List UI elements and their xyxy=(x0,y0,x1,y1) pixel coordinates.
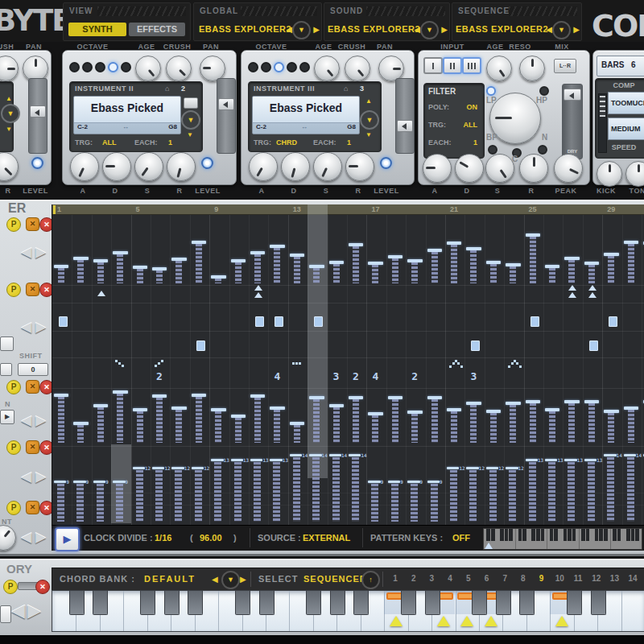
preset-name[interactable]: Ebass Picked xyxy=(74,101,180,114)
repeat-count[interactable]: 4 xyxy=(372,370,378,382)
global-menu-icon[interactable]: ▼ xyxy=(292,21,311,39)
lane-prev-icon[interactable]: ◀ xyxy=(21,414,31,427)
sound-prev-icon[interactable]: ◀ xyxy=(414,25,420,34)
lane-p-button[interactable]: P xyxy=(6,380,21,394)
gate-step[interactable] xyxy=(526,459,538,461)
lane-p-button[interactable]: P xyxy=(6,283,21,297)
black-key[interactable] xyxy=(472,591,487,615)
trg-value[interactable]: ALL xyxy=(464,121,478,129)
bank-prev-icon[interactable]: ◀ xyxy=(212,575,218,584)
comp-mode-display[interactable]: TOOMUCH xyxy=(608,92,644,114)
preset-down-icon[interactable]: ▼ xyxy=(187,132,193,138)
gate-step[interactable] xyxy=(211,459,223,461)
gate-step[interactable] xyxy=(349,454,361,456)
accent-triangle[interactable] xyxy=(97,291,105,296)
lane-random-button[interactable]: ✕ xyxy=(26,440,39,454)
bars-display[interactable]: BARS 6 3 xyxy=(597,56,644,76)
gate-step[interactable] xyxy=(329,454,341,456)
gate-step[interactable] xyxy=(368,481,380,483)
lane-prev-icon[interactable]: ◀ xyxy=(21,470,31,484)
gate-step[interactable] xyxy=(231,459,243,461)
amount-knob[interactable] xyxy=(0,525,16,551)
toggle-step[interactable] xyxy=(255,316,264,327)
preset-up-icon[interactable]: ▲ xyxy=(365,98,372,105)
level-slider[interactable] xyxy=(217,78,236,154)
chord-slot[interactable]: 4 xyxy=(442,574,458,583)
chord-slot[interactable]: 7 xyxy=(497,574,513,583)
black-key[interactable] xyxy=(235,591,250,615)
glide-dot[interactable] xyxy=(292,362,295,365)
kick-knob[interactable] xyxy=(597,161,622,187)
chord-note-cursor[interactable] xyxy=(437,616,450,626)
comp-speed-display[interactable]: MEDIUM xyxy=(608,118,644,140)
glide-dot[interactable] xyxy=(516,362,518,365)
range-low[interactable]: C-2 xyxy=(77,123,88,130)
gate-step[interactable] xyxy=(152,467,164,469)
range-low[interactable]: C-2 xyxy=(256,123,266,130)
voice-3-button[interactable] xyxy=(462,57,481,74)
accent-triangle[interactable] xyxy=(588,285,597,291)
lane-p-button[interactable]: P xyxy=(6,440,21,455)
chord-note-cursor[interactable] xyxy=(390,616,402,626)
each-value[interactable]: 1 xyxy=(347,138,351,147)
octave-led[interactable] xyxy=(121,62,131,72)
chord-slot[interactable]: 2 xyxy=(406,574,422,583)
glide-dot[interactable] xyxy=(118,362,121,365)
glide-dot[interactable] xyxy=(519,365,522,368)
gate-step[interactable] xyxy=(388,481,400,483)
attack-knob[interactable] xyxy=(249,152,278,181)
crush-knob[interactable] xyxy=(166,56,192,81)
glide-dot[interactable] xyxy=(449,365,452,368)
preset-up-button[interactable] xyxy=(184,97,198,109)
glide-dot[interactable] xyxy=(161,360,163,362)
each-value[interactable]: 1 xyxy=(168,138,172,147)
notch-label[interactable]: N xyxy=(542,133,547,142)
chord-slot[interactable]: 8 xyxy=(515,574,531,583)
toggle-step[interactable] xyxy=(530,316,539,327)
decay-knob[interactable] xyxy=(102,152,131,181)
black-key[interactable] xyxy=(164,591,180,615)
play-button[interactable]: ▶ xyxy=(55,527,80,551)
lane-prev-icon[interactable]: ◀ xyxy=(21,530,31,544)
gate-step[interactable] xyxy=(270,459,282,461)
gate-step[interactable] xyxy=(447,467,459,469)
bars-value[interactable]: 6 xyxy=(631,60,636,69)
glide-dot[interactable] xyxy=(452,362,455,365)
decay-knob[interactable] xyxy=(455,154,484,183)
shift-value-box[interactable]: 0 xyxy=(18,363,48,376)
gate-step[interactable] xyxy=(290,454,302,456)
black-key[interactable] xyxy=(567,591,582,615)
octave-led[interactable] xyxy=(82,62,93,72)
accent-triangle[interactable] xyxy=(588,292,597,298)
crush-knob[interactable] xyxy=(345,56,370,81)
peak-knob[interactable] xyxy=(554,154,583,183)
gate-step[interactable] xyxy=(192,467,204,469)
sound-next-icon[interactable]: ▶ xyxy=(441,25,448,34)
chord-slot[interactable]: 9 xyxy=(534,574,550,583)
memory-box[interactable] xyxy=(0,605,11,623)
gate-step[interactable] xyxy=(133,467,145,469)
repeat-count[interactable]: 3 xyxy=(470,370,477,382)
chord-slot[interactable]: 12 xyxy=(588,574,605,583)
release-knob[interactable] xyxy=(345,152,374,181)
black-key[interactable] xyxy=(140,591,155,615)
glide-dot[interactable] xyxy=(460,365,463,368)
lane-option-box[interactable] xyxy=(0,336,14,351)
chord-note-cursor[interactable] xyxy=(485,616,497,626)
toggle-step[interactable] xyxy=(59,316,68,327)
voice-2-button[interactable] xyxy=(443,57,462,74)
chord-slot[interactable]: 14 xyxy=(625,574,641,583)
black-key[interactable] xyxy=(188,591,203,615)
lane-p-button[interactable]: P xyxy=(6,217,21,232)
black-key[interactable] xyxy=(519,591,535,615)
lane-p-button[interactable]: P xyxy=(6,501,21,515)
gate-step[interactable] xyxy=(54,481,66,483)
each-value[interactable]: 1 xyxy=(473,138,477,147)
preset-down-icon[interactable]: ▼ xyxy=(6,126,12,133)
clock-divide-value[interactable]: 1/16 xyxy=(155,533,171,543)
glide-dot[interactable] xyxy=(299,362,301,365)
preset-menu-icon[interactable]: ▼ xyxy=(181,110,200,130)
attack-knob[interactable] xyxy=(70,152,99,181)
glide-dot[interactable] xyxy=(122,365,124,367)
accent-triangle[interactable] xyxy=(568,292,576,298)
